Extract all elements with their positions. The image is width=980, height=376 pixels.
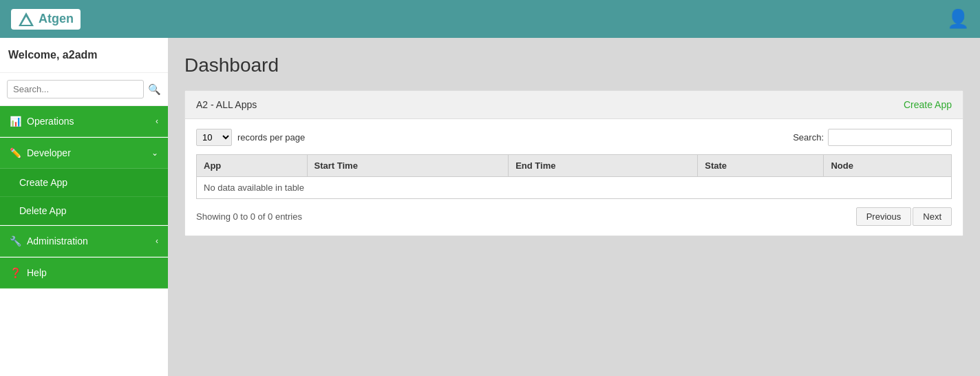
card-body: 10 25 50 100 records per page Search: — [185, 119, 963, 236]
table-search-input[interactable] — [828, 129, 952, 146]
sidebar-item-administration[interactable]: 🔧 Administration ‹ — [0, 226, 168, 257]
per-page-label: records per page — [237, 132, 305, 143]
main-layout: Welcome, a2adm 🔍 📊 Operations ‹ ✏️ Devel… — [0, 38, 980, 376]
search-input[interactable] — [7, 80, 144, 98]
col-node: Node — [824, 155, 952, 177]
logo-text: Atgen — [39, 12, 74, 26]
card-header: A2 - ALL Apps Create App — [185, 91, 963, 119]
top-navigation: Atgen 👤 — [0, 0, 980, 38]
data-table: App Start Time End Time State Node No da… — [196, 154, 952, 199]
sidebar-item-label-operations: Operations — [27, 116, 74, 127]
nav-section-help: ❓ Help — [0, 258, 168, 289]
col-start-time: Start Time — [307, 155, 509, 177]
sidebar: Welcome, a2adm 🔍 📊 Operations ‹ ✏️ Devel… — [0, 38, 168, 376]
page-title: Dashboard — [184, 54, 963, 76]
welcome-message: Welcome, a2adm — [0, 38, 168, 73]
col-app: App — [197, 155, 308, 177]
user-icon[interactable]: 👤 — [947, 8, 969, 30]
table-row-empty: No data available in table — [197, 177, 952, 199]
developer-icon: ✏️ — [10, 147, 21, 158]
table-footer: Showing 0 to 0 of 0 entries Previous Nex… — [196, 207, 952, 226]
sidebar-item-developer[interactable]: ✏️ Developer ⌄ — [0, 138, 168, 169]
per-page-select[interactable]: 10 25 50 100 — [196, 129, 232, 146]
operations-icon: 📊 — [10, 116, 21, 127]
no-data-message: No data available in table — [197, 177, 952, 199]
help-icon: ❓ — [10, 267, 21, 278]
logo[interactable]: Atgen — [11, 9, 81, 30]
create-app-link[interactable]: Create App — [904, 99, 952, 110]
table-search-label: Search: — [793, 132, 824, 143]
sidebar-item-label-help: Help — [27, 267, 47, 278]
sidebar-item-label-administration: Administration — [27, 236, 88, 247]
nav-section-developer: ✏️ Developer ⌄ Create App Delete App — [0, 138, 168, 226]
sidebar-item-delete-app[interactable]: Delete App — [0, 197, 168, 225]
previous-button[interactable]: Previous — [856, 207, 912, 226]
sidebar-item-help[interactable]: ❓ Help — [0, 258, 168, 289]
col-state: State — [698, 155, 824, 177]
pagination-controls: Previous Next — [856, 207, 952, 226]
sidebar-item-label-developer: Developer — [27, 147, 71, 158]
search-container: 🔍 — [0, 73, 168, 106]
chevron-developer: ⌄ — [151, 148, 158, 158]
table-controls: 10 25 50 100 records per page Search: — [196, 129, 952, 146]
table-body: No data available in table — [197, 177, 952, 199]
showing-text: Showing 0 to 0 of 0 entries — [196, 211, 302, 222]
search-button[interactable]: 🔍 — [148, 83, 161, 96]
table-header-row: App Start Time End Time State Node — [197, 155, 952, 177]
col-end-time: End Time — [509, 155, 698, 177]
chevron-administration: ‹ — [156, 236, 158, 246]
card-header-title: A2 - ALL Apps — [196, 99, 257, 110]
logo-icon — [18, 12, 34, 27]
nav-section-administration: 🔧 Administration ‹ — [0, 226, 168, 258]
content-area: Dashboard A2 - ALL Apps Create App 10 25… — [168, 38, 980, 376]
chevron-operations: ‹ — [156, 116, 158, 126]
sidebar-item-operations[interactable]: 📊 Operations ‹ — [0, 106, 168, 137]
nav-section-operations: 📊 Operations ‹ — [0, 106, 168, 138]
administration-icon: 🔧 — [10, 236, 21, 247]
table-header: App Start Time End Time State Node — [197, 155, 952, 177]
sidebar-item-create-app[interactable]: Create App — [0, 169, 168, 197]
dashboard-card: A2 - ALL Apps Create App 10 25 50 100 re… — [184, 90, 963, 236]
table-search-control: Search: — [793, 129, 952, 146]
per-page-control: 10 25 50 100 records per page — [196, 129, 305, 146]
next-button[interactable]: Next — [913, 207, 952, 226]
delete-app-label: Delete App — [19, 205, 67, 216]
create-app-label: Create App — [19, 177, 67, 188]
